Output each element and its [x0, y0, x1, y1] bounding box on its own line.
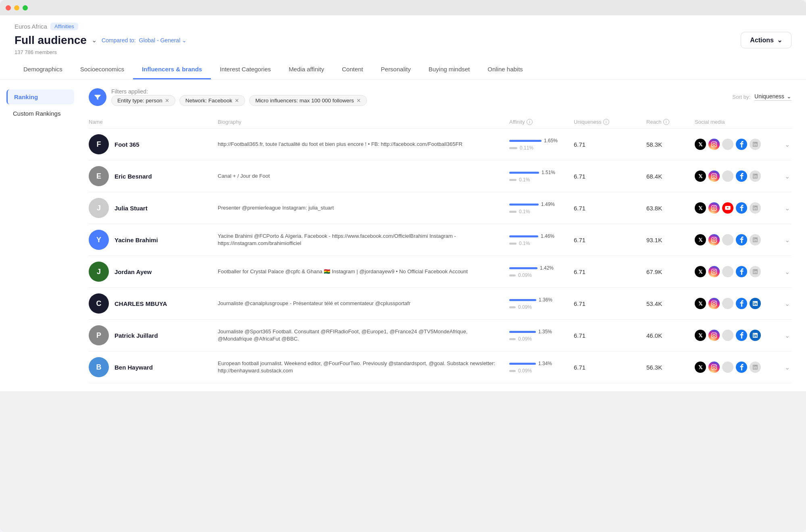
social-icon-facebook[interactable] — [736, 139, 747, 150]
social-icon-facebook[interactable] — [736, 362, 747, 373]
reach-val-2: 63.8K — [646, 205, 695, 212]
tab-media-affinity[interactable]: Media affinity — [280, 60, 333, 79]
expand-row-button-1[interactable]: ⌄ — [785, 172, 790, 180]
social-icon-inactive[interactable] — [722, 266, 733, 277]
social-icon-youtube[interactable] — [722, 202, 733, 214]
tab-interest-categories[interactable]: Interest Categories — [211, 60, 280, 79]
social-icons-1: 𝕏 — [695, 170, 775, 182]
social-icon-inactive[interactable] — [722, 298, 733, 309]
social-icon-inactive[interactable] — [722, 139, 733, 150]
filter-tag-entity-type-remove[interactable]: ✕ — [165, 98, 169, 103]
social-icon-facebook[interactable] — [736, 170, 747, 182]
expand-row-button-6[interactable]: ⌄ — [785, 332, 790, 339]
affinity-info-icon[interactable]: i — [527, 119, 533, 125]
social-icon-x[interactable]: 𝕏 — [695, 266, 706, 277]
biography-0: http://Football365.fr, toute l'actualité… — [218, 141, 509, 148]
person-name-2: Julia Stuart — [115, 205, 148, 212]
social-icon-x[interactable]: 𝕏 — [695, 298, 706, 309]
social-icon-x[interactable]: 𝕏 — [695, 330, 706, 341]
sidebar-item-ranking[interactable]: Ranking — [6, 89, 74, 104]
chevron-cell-4: ⌄ — [775, 268, 791, 276]
avatar-7: B — [89, 357, 109, 377]
reach-val-7: 56.3K — [646, 364, 695, 371]
tab-online-habits[interactable]: Online habits — [479, 60, 532, 79]
sort-select[interactable]: Uniqueness ⌄ — [754, 93, 791, 101]
social-icon-facebook[interactable] — [736, 266, 747, 277]
social-icon-x[interactable]: 𝕏 — [695, 234, 706, 245]
social-icon-linkedin-active[interactable] — [750, 298, 761, 309]
expand-row-button-5[interactable]: ⌄ — [785, 300, 790, 308]
social-icon-x[interactable]: 𝕏 — [695, 139, 706, 150]
audience-dropdown[interactable]: ⌄ — [92, 36, 97, 44]
social-icon-inactive[interactable] — [722, 234, 733, 245]
filter-tag-micro-influencers-remove[interactable]: ✕ — [356, 98, 361, 103]
breadcrumb: Euros Africa Affinities — [15, 23, 791, 30]
person-name-7: Ben Hayward — [115, 364, 153, 371]
compared-to-dropdown[interactable]: ⌄ — [182, 37, 187, 44]
title-bar — [0, 0, 806, 15]
tab-influencers-brands[interactable]: Influencers & brands — [133, 60, 211, 79]
social-icon-linkedin-inactive[interactable] — [750, 266, 761, 277]
uniqueness-info-icon[interactable]: i — [603, 119, 609, 125]
social-icons-7: 𝕏 — [695, 362, 775, 373]
social-icon-linkedin-inactive[interactable] — [750, 362, 761, 373]
affinity-bar-2-3 — [509, 243, 517, 245]
sidebar-item-custom-rankings[interactable]: Custom Rankings — [6, 106, 74, 121]
social-icon-linkedin-inactive[interactable] — [750, 170, 761, 182]
social-icon-x[interactable]: 𝕏 — [695, 202, 706, 214]
close-button[interactable] — [6, 5, 11, 10]
social-icon-facebook[interactable] — [736, 330, 747, 341]
social-icon-instagram[interactable] — [708, 170, 720, 182]
tab-demographics[interactable]: Demographics — [15, 60, 71, 79]
social-icon-instagram[interactable] — [708, 266, 720, 277]
table-row-inner-3: Y Yacine Brahimi Yacine Brahimi @FCPorto… — [89, 224, 791, 256]
expand-row-button-0[interactable]: ⌄ — [785, 141, 790, 148]
tab-personality[interactable]: Personality — [372, 60, 420, 79]
social-icon-x[interactable]: 𝕏 — [695, 362, 706, 373]
filter-tag-network-remove[interactable]: ✕ — [235, 98, 239, 103]
social-icon-facebook[interactable] — [736, 202, 747, 214]
social-icon-x[interactable]: 𝕏 — [695, 170, 706, 182]
social-icon-linkedin-inactive[interactable] — [750, 139, 761, 150]
expand-row-button-2[interactable]: ⌄ — [785, 204, 790, 212]
social-icon-instagram[interactable] — [708, 202, 720, 214]
tab-content[interactable]: Content — [333, 60, 372, 79]
expand-row-button-3[interactable]: ⌄ — [785, 236, 790, 244]
expand-row-button-7[interactable]: ⌄ — [785, 364, 790, 371]
social-icon-inactive[interactable] — [722, 170, 733, 182]
filter-icon-button[interactable] — [89, 88, 106, 106]
social-icon-instagram[interactable] — [708, 298, 720, 309]
actions-button[interactable]: Actions ⌄ — [741, 32, 791, 48]
social-icon-linkedin-inactive[interactable] — [750, 234, 761, 245]
page-title: Full audience — [15, 34, 87, 47]
table-row-inner-2: J Julia Stuart Presenter @premierleague … — [89, 192, 791, 224]
affinity-bar-row-2-7: 0.09% — [509, 368, 552, 374]
page-title-left: Full audience ⌄ Compared to: Global - Ge… — [15, 34, 187, 47]
social-icon-instagram[interactable] — [708, 330, 720, 341]
table-row: J Julia Stuart Presenter @premierleague … — [89, 192, 791, 224]
affinity-bar-row-1-7: 1.34% — [509, 361, 552, 366]
tab-socioeconomics[interactable]: Socioeconomics — [71, 60, 133, 79]
minimize-button[interactable] — [14, 5, 19, 10]
social-icon-facebook[interactable] — [736, 234, 747, 245]
expand-row-button-4[interactable]: ⌄ — [785, 268, 790, 276]
social-icon-instagram[interactable] — [708, 362, 720, 373]
reach-val-1: 68.4K — [646, 173, 695, 180]
maximize-button[interactable] — [23, 5, 28, 10]
social-icon-instagram[interactable] — [708, 139, 720, 150]
person-name-0: Foot 365 — [115, 141, 140, 148]
avatar-2: J — [89, 198, 109, 218]
compared-to: Compared to: Global - General ⌄ — [102, 37, 187, 44]
social-icon-instagram[interactable] — [708, 234, 720, 245]
reach-info-icon[interactable]: i — [663, 119, 669, 125]
social-icon-inactive[interactable] — [722, 330, 733, 341]
affinity-bar-row-1-2: 1.49% — [509, 202, 555, 207]
social-icon-linkedin-inactive[interactable] — [750, 202, 761, 214]
social-icon-inactive[interactable] — [722, 362, 733, 373]
social-icon-linkedin-active[interactable] — [750, 330, 761, 341]
social-icon-facebook[interactable] — [736, 298, 747, 309]
tab-buying-mindset[interactable]: Buying mindset — [420, 60, 479, 79]
affinity-bar-wrap-1: 1.51% 0.1% — [509, 170, 555, 183]
reach-val-4: 67.9K — [646, 268, 695, 275]
affinity-val-2-5: 0.09% — [518, 304, 532, 310]
